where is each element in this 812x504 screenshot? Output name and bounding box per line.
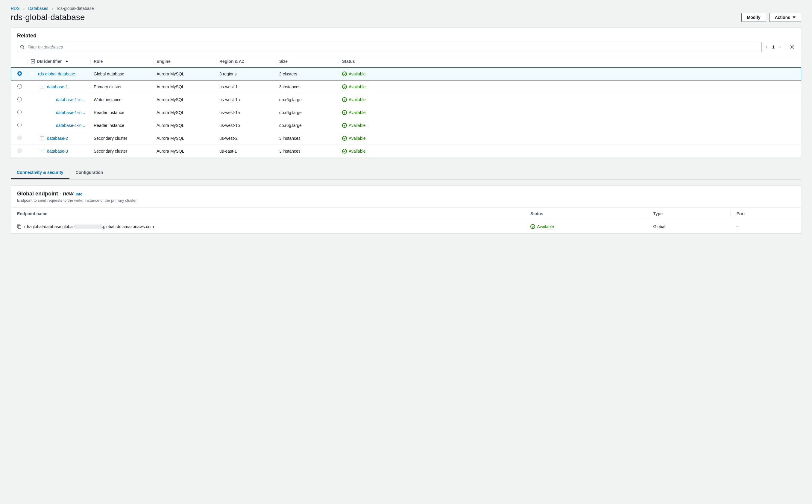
endpoints-table: Endpoint name Status Type Port rds-globa… (11, 207, 801, 233)
cell-size: 3 instances (276, 81, 339, 93)
status-badge: Available (342, 97, 798, 102)
chevron-right-icon: › (23, 6, 25, 11)
expand-icon[interactable]: + (40, 136, 44, 140)
check-circle-icon (342, 72, 347, 76)
endpoint-title: Global endpoint - new (17, 191, 73, 197)
table-row[interactable]: database-1-in...Reader instanceAurora My… (11, 119, 801, 132)
prev-page-button[interactable]: ‹ (766, 44, 767, 50)
endpoint-port: - (731, 220, 801, 233)
status-badge: Available (342, 72, 798, 76)
row-radio[interactable] (17, 84, 22, 89)
row-radio[interactable] (17, 71, 22, 76)
page-number: 1 (772, 45, 775, 49)
db-identifier-link[interactable]: database-1 (47, 84, 68, 89)
db-identifier-link[interactable]: rds-global-database (38, 72, 75, 76)
col-endpoint-status[interactable]: Status (524, 208, 647, 220)
table-row[interactable]: +database-3Secondary clusterAurora MySQL… (11, 145, 801, 158)
col-select (11, 55, 28, 68)
col-endpoint-type[interactable]: Type (647, 208, 730, 220)
status-badge: Available (342, 123, 798, 128)
col-size[interactable]: Size (276, 55, 339, 68)
cell-role: Reader instance (91, 119, 154, 132)
actions-label: Actions (775, 15, 790, 20)
expand-all-icon[interactable] (31, 59, 35, 63)
cell-region: us-east-1 (216, 145, 276, 158)
cell-size: 3 clusters (276, 68, 339, 81)
filter-input[interactable] (17, 42, 762, 52)
db-identifier-link[interactable]: database-1-in... (56, 123, 85, 128)
cell-region: us-west-1a (216, 106, 276, 119)
cell-engine: Aurora MySQL (154, 132, 216, 145)
tab-connectivity-security[interactable]: Connectivity & security (11, 166, 69, 179)
cell-role: Primary cluster (91, 81, 154, 93)
redacted-segment (75, 224, 102, 229)
expand-icon[interactable]: + (40, 149, 44, 153)
cell-region: 3 regions (216, 68, 276, 81)
related-panel: Related ‹ 1 › DB identifier (11, 28, 801, 158)
check-circle-icon (342, 123, 347, 128)
db-identifier-link[interactable]: database-1-in... (56, 97, 85, 102)
table-row[interactable]: −database-1Primary clusterAurora MySQLus… (11, 81, 801, 93)
row-radio (17, 136, 22, 140)
cell-size: db.r6g.large (276, 106, 339, 119)
breadcrumb-databases[interactable]: Databases (28, 6, 48, 11)
cell-region: us-west-1 (216, 81, 276, 93)
cell-engine: Aurora MySQL (154, 68, 216, 81)
cell-role: Global database (91, 68, 154, 81)
endpoint-row: rds-global-database.global-.global.rds.a… (11, 220, 801, 233)
actions-dropdown[interactable]: Actions (769, 13, 801, 22)
svg-point-2 (791, 46, 793, 48)
col-endpoint-port[interactable]: Port (731, 208, 801, 220)
databases-table: DB identifier Role Engine Region & AZ Si… (11, 55, 801, 158)
cell-size: 3 instances (276, 132, 339, 145)
next-page-button[interactable]: › (779, 44, 781, 50)
check-circle-icon (342, 136, 347, 141)
endpoint-subtitle: Endpoint to send requests to the writer … (17, 198, 795, 203)
col-status[interactable]: Status (339, 55, 801, 68)
gear-icon[interactable] (790, 44, 795, 50)
cell-engine: Aurora MySQL (154, 106, 216, 119)
table-row[interactable]: −rds-global-databaseGlobal databaseAuror… (11, 68, 801, 81)
endpoint-type: Global (647, 220, 730, 233)
sort-asc-icon (65, 60, 68, 62)
table-row[interactable]: database-1-in...Writer instanceAurora My… (11, 93, 801, 106)
collapse-icon[interactable]: − (31, 72, 35, 76)
search-icon (20, 45, 25, 49)
tab-configuration[interactable]: Configuration (69, 166, 109, 179)
db-identifier-link[interactable]: database-1-in... (56, 110, 85, 115)
row-radio[interactable] (17, 110, 22, 114)
cell-region: us-west-1a (216, 93, 276, 106)
col-region-az[interactable]: Region & AZ (216, 55, 276, 68)
table-row[interactable]: +database-2Secondary clusterAurora MySQL… (11, 132, 801, 145)
copy-icon[interactable] (17, 224, 21, 229)
db-identifier-link[interactable]: database-3 (47, 149, 68, 154)
cell-size: 3 instances (276, 145, 339, 158)
breadcrumb-rds[interactable]: RDS (11, 6, 20, 11)
svg-point-0 (21, 45, 23, 48)
cell-role: Reader instance (91, 106, 154, 119)
status-badge: Available (342, 149, 798, 154)
cell-region: us-west-1b (216, 119, 276, 132)
global-endpoint-panel: Global endpoint - new Info Endpoint to s… (11, 186, 801, 233)
modify-button[interactable]: Modify (741, 13, 766, 22)
cell-size: db.r6g.large (276, 119, 339, 132)
col-db-identifier-label: DB identifier (37, 59, 62, 64)
cell-engine: Aurora MySQL (154, 93, 216, 106)
col-db-identifier[interactable]: DB identifier (28, 55, 91, 68)
collapse-icon[interactable]: − (40, 85, 44, 89)
db-identifier-link[interactable]: database-2 (47, 136, 68, 141)
col-role[interactable]: Role (91, 55, 154, 68)
col-engine[interactable]: Engine (154, 55, 216, 68)
row-radio[interactable] (17, 123, 22, 127)
status-badge: Available (342, 136, 798, 141)
row-radio[interactable] (17, 97, 22, 101)
check-circle-icon (342, 149, 347, 154)
cell-role: Secondary cluster (91, 132, 154, 145)
svg-line-1 (23, 48, 24, 49)
table-row[interactable]: database-1-in...Reader instanceAurora My… (11, 106, 801, 119)
col-endpoint-name[interactable]: Endpoint name (11, 208, 524, 220)
row-radio (17, 148, 22, 153)
caret-down-icon (793, 16, 796, 18)
check-circle-icon (342, 110, 347, 115)
endpoint-info-link[interactable]: Info (76, 192, 82, 196)
